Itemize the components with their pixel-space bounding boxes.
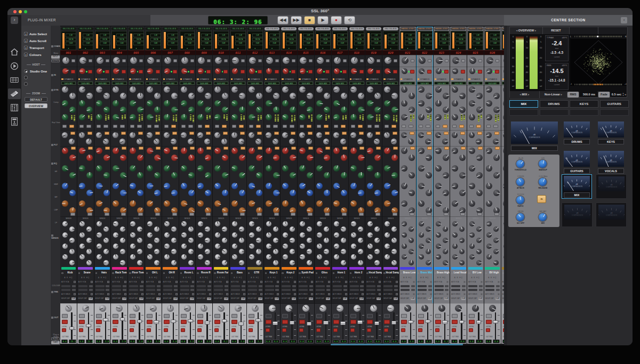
play-button[interactable]: ▶ — [317, 16, 329, 25]
button[interactable] — [503, 328, 504, 332]
knob[interactable] — [503, 114, 504, 120]
button[interactable] — [452, 125, 457, 128]
knob[interactable] — [452, 57, 459, 64]
knob[interactable] — [351, 254, 356, 260]
knob[interactable] — [147, 57, 154, 64]
fade-button[interactable]: Fade — [598, 92, 610, 98]
knob[interactable] — [341, 238, 346, 243]
meter-output-button[interactable]: OUTPUT — [51, 59, 60, 62]
button[interactable] — [384, 328, 388, 332]
knob[interactable] — [181, 132, 187, 138]
knob[interactable] — [232, 221, 237, 227]
knob[interactable] — [503, 100, 504, 107]
track-name[interactable]: Room R — [196, 270, 212, 276]
knob[interactable] — [426, 227, 431, 232]
knob[interactable] — [409, 260, 414, 265]
strip-header[interactable]: SSL X SL 4K B — [247, 27, 263, 31]
knob[interactable] — [436, 254, 441, 260]
knob[interactable] — [86, 172, 93, 179]
knob[interactable] — [137, 260, 142, 265]
knob[interactable] — [391, 107, 398, 113]
knob[interactable] — [299, 86, 306, 93]
knob[interactable] — [409, 190, 415, 196]
vu-label-vocals[interactable]: VOCALS — [598, 168, 624, 174]
knob[interactable] — [419, 221, 424, 227]
button[interactable] — [223, 147, 228, 150]
button[interactable] — [393, 132, 397, 135]
button[interactable] — [343, 59, 347, 62]
knob[interactable] — [443, 260, 448, 265]
knob[interactable] — [79, 254, 85, 260]
knob[interactable] — [154, 93, 161, 99]
knob[interactable] — [421, 305, 428, 312]
strip-header[interactable]: CHANNEL STRIP 2 — [434, 27, 450, 31]
button[interactable] — [249, 328, 253, 332]
knob[interactable] — [96, 165, 102, 172]
knob[interactable] — [137, 249, 142, 254]
button[interactable] — [342, 70, 347, 74]
track-name[interactable]: Bass — [230, 270, 246, 276]
knob[interactable] — [503, 165, 504, 172]
button[interactable] — [69, 125, 74, 128]
button[interactable] — [232, 125, 236, 128]
knob[interactable] — [290, 190, 296, 196]
knob[interactable] — [103, 249, 109, 254]
collapse-panel-button[interactable]: ‹ — [621, 17, 627, 23]
zoom-overview-button[interactable]: OVERVIEW — [25, 103, 47, 108]
knob[interactable] — [459, 227, 465, 232]
knob[interactable] — [459, 260, 465, 265]
knob[interactable] — [409, 249, 414, 254]
knob[interactable] — [334, 221, 339, 227]
knob[interactable] — [469, 165, 475, 172]
button[interactable] — [231, 320, 237, 324]
strip-header[interactable]: CHANNEL STRIP 2 — [467, 27, 484, 31]
knob[interactable] — [391, 260, 397, 265]
knob[interactable] — [452, 244, 458, 249]
knob[interactable] — [215, 221, 220, 227]
knob[interactable] — [137, 190, 143, 196]
knob[interactable] — [205, 260, 210, 265]
knob[interactable] — [171, 227, 177, 232]
button[interactable] — [130, 328, 134, 332]
knob[interactable] — [154, 139, 159, 144]
knob[interactable] — [222, 155, 228, 161]
knob[interactable] — [503, 132, 504, 138]
knob[interactable] — [188, 227, 194, 232]
knob[interactable] — [249, 86, 255, 93]
horizontal-scrollbar[interactable] — [60, 344, 504, 346]
button[interactable] — [190, 59, 194, 62]
knob[interactable] — [391, 190, 398, 196]
knob[interactable] — [367, 200, 373, 207]
knob[interactable] — [205, 155, 211, 161]
button[interactable] — [70, 132, 75, 135]
knob[interactable] — [231, 86, 238, 93]
knob[interactable] — [97, 254, 102, 260]
knob[interactable] — [86, 107, 93, 113]
comp-knob-release[interactable] — [539, 178, 547, 186]
fader-handle[interactable] — [323, 321, 329, 325]
button[interactable] — [325, 132, 330, 135]
fader-handle[interactable] — [171, 320, 176, 323]
button[interactable] — [452, 328, 456, 332]
track-name[interactable]: Synth Pad — [298, 270, 314, 276]
button[interactable] — [308, 213, 313, 216]
knob[interactable] — [205, 190, 211, 196]
knob[interactable] — [459, 172, 466, 179]
knob[interactable] — [62, 114, 68, 120]
button[interactable] — [452, 314, 458, 318]
fader-handle[interactable] — [391, 321, 397, 325]
knob[interactable] — [113, 132, 118, 138]
track-name[interactable]: BV High — [484, 270, 501, 276]
knob[interactable] — [181, 183, 187, 189]
button[interactable] — [460, 213, 465, 216]
knob[interactable] — [266, 244, 271, 249]
knob[interactable] — [503, 86, 504, 93]
button[interactable] — [223, 213, 228, 216]
knob[interactable] — [402, 68, 407, 74]
strip-header[interactable]: SSL X SL 4K B — [77, 27, 94, 31]
knob[interactable] — [426, 190, 432, 196]
fader-handle[interactable] — [340, 321, 346, 325]
knob[interactable] — [282, 86, 289, 93]
knob[interactable] — [367, 68, 373, 74]
knob[interactable] — [354, 305, 361, 312]
